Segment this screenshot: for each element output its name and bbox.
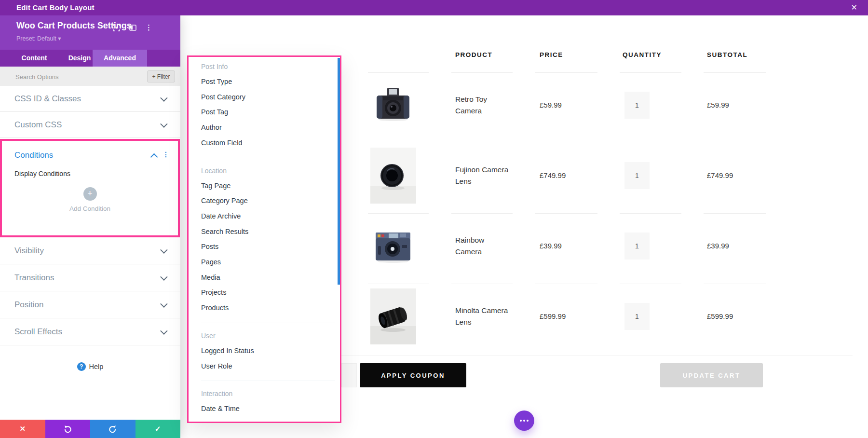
product-name: RainbowCamera xyxy=(455,234,523,258)
redo-button[interactable] xyxy=(90,420,136,438)
product-image-retro-toy-camera xyxy=(370,77,416,133)
conditions-section-title[interactable]: Conditions xyxy=(14,151,53,160)
plus-icon[interactable]: + xyxy=(83,187,97,201)
caret-down-icon: ▾ xyxy=(58,35,61,42)
coupon-code-input[interactable] xyxy=(341,363,357,387)
split-view-icon[interactable] xyxy=(129,24,136,31)
condition-options-list: Post InfoPost TypePost CategoryPost TagA… xyxy=(189,59,340,417)
row-divider xyxy=(704,143,766,143)
column-header-quantity: QUANTITY xyxy=(623,51,662,58)
chevron-down-icon xyxy=(160,300,168,308)
help-label: Help xyxy=(89,363,104,370)
add-condition-label[interactable]: Add Condition xyxy=(2,205,178,212)
filter-button[interactable]: + Filter xyxy=(147,70,175,82)
row-divider xyxy=(451,284,513,284)
apply-coupon-button[interactable]: APPLY COUPON xyxy=(360,363,466,387)
topbar-title: Edit Cart Body Layout xyxy=(16,0,95,15)
condition-option-media[interactable]: Media xyxy=(189,270,340,286)
dot xyxy=(523,420,525,422)
product-price: £599.99 xyxy=(540,312,566,320)
search-input[interactable] xyxy=(14,67,137,87)
quantity-input[interactable]: 1 xyxy=(624,92,650,119)
save-button[interactable]: ✓ xyxy=(136,420,181,438)
accordion-section-custom-css[interactable]: Custom CSS xyxy=(0,112,180,138)
condition-option-date-time[interactable]: Date & Time xyxy=(189,401,340,417)
condition-option-projects[interactable]: Projects xyxy=(189,285,340,301)
condition-option-date-archive[interactable]: Date Archive xyxy=(189,209,340,224)
condition-option-products[interactable]: Products xyxy=(189,301,340,316)
product-image-camera-lens-side xyxy=(370,288,416,344)
condition-option-pages[interactable]: Pages xyxy=(189,255,340,270)
product-price: £39.99 xyxy=(540,242,562,250)
condition-option-author[interactable]: Author xyxy=(189,120,340,136)
discard-button[interactable]: ✕ xyxy=(0,420,45,438)
condition-group-label: Post Info xyxy=(189,59,340,74)
accordion-section-transitions[interactable]: Transitions xyxy=(0,264,180,291)
row-divider xyxy=(704,284,766,284)
add-condition-dropdown: Post InfoPost TypePost CategoryPost TagA… xyxy=(187,55,341,423)
question-mark-icon: ? xyxy=(77,362,86,371)
condition-option-tag-page[interactable]: Tag Page xyxy=(189,178,340,194)
conditions-section-highlighted: Conditions ⋮ Display Conditions + Add Co… xyxy=(0,139,180,237)
scrollbar-thumb[interactable] xyxy=(338,58,340,285)
undo-button[interactable] xyxy=(45,420,91,438)
condition-option-logged-in-status[interactable]: Logged In Status xyxy=(189,343,340,359)
condition-option-category-page[interactable]: Category Page xyxy=(189,193,340,209)
row-divider xyxy=(368,72,429,73)
preset-dropdown[interactable]: Preset: Default ▾ xyxy=(16,35,61,42)
preset-label: Preset: Default xyxy=(16,35,56,42)
close-icon[interactable]: ✕ xyxy=(851,0,857,15)
update-cart-button[interactable]: UPDATE CART xyxy=(660,363,763,387)
product-image-camera-lens-front xyxy=(370,148,416,204)
conditions-kebab-icon[interactable]: ⋮ xyxy=(163,151,169,158)
condition-option-post-tag[interactable]: Post Tag xyxy=(189,105,340,120)
accordion-section-title: CSS ID & Classes xyxy=(14,94,161,104)
product-name: Fujinon CameraLens xyxy=(455,164,523,187)
condition-option-search-results[interactable]: Search Results xyxy=(189,224,340,240)
divi-builder-screen: Edit Cart Body Layout ✕ PRODUCTPRICEQUAN… xyxy=(0,0,868,438)
condition-option-posts[interactable]: Posts xyxy=(189,239,340,255)
help-button[interactable]: ? Help xyxy=(0,356,180,377)
row-divider xyxy=(704,213,766,214)
kebab-menu-icon[interactable]: ⋮ xyxy=(145,24,152,31)
product-subtotal: £59.99 xyxy=(707,101,729,109)
chevron-down-icon xyxy=(160,246,168,254)
quantity-input[interactable]: 1 xyxy=(624,162,650,189)
page-settings-ellipsis-button[interactable] xyxy=(514,411,534,431)
filter-label: + Filter xyxy=(152,73,170,80)
tab-advanced[interactable]: Advanced xyxy=(93,50,147,67)
product-subtotal: £39.99 xyxy=(707,242,729,250)
accordion-section-scroll-effects[interactable]: Scroll Effects xyxy=(0,318,180,345)
chevron-down-icon xyxy=(160,327,168,335)
group-divider xyxy=(201,323,335,323)
chevron-down-icon xyxy=(160,273,168,281)
row-divider xyxy=(535,213,597,214)
accordion-section-css-id-classes[interactable]: CSS ID & Classes xyxy=(0,86,180,112)
display-conditions-label: Display Conditions xyxy=(14,170,70,178)
group-divider xyxy=(201,158,335,158)
product-image-rainbow-camera xyxy=(370,218,416,274)
condition-option-custom-field[interactable]: Custom Field xyxy=(189,136,340,151)
product-name: Retro ToyCamera xyxy=(455,94,523,117)
row-divider xyxy=(620,72,681,73)
focus-icon[interactable] xyxy=(112,24,120,31)
row-divider xyxy=(451,143,513,143)
condition-group-label: User xyxy=(189,328,340,343)
condition-option-post-type[interactable]: Post Type xyxy=(189,74,340,90)
accordion-section-visibility[interactable]: Visibility xyxy=(0,237,180,264)
quantity-input[interactable]: 1 xyxy=(624,303,650,330)
row-divider xyxy=(620,284,681,284)
row-divider xyxy=(620,143,681,143)
product-price: £59.99 xyxy=(540,101,562,109)
row-divider xyxy=(368,284,429,284)
panel-footer-buttons: ✕✓ xyxy=(0,420,180,438)
quantity-input[interactable]: 1 xyxy=(624,233,650,260)
product-price: £749.99 xyxy=(540,171,566,179)
condition-option-user-role[interactable]: User Role xyxy=(189,359,340,374)
accordion-section-position[interactable]: Position xyxy=(0,291,180,318)
chevron-up-icon[interactable] xyxy=(150,153,158,161)
accordion-bottom: Visibility Transitions Position Scroll E… xyxy=(0,237,180,345)
condition-option-post-category[interactable]: Post Category xyxy=(189,90,340,105)
row-divider xyxy=(368,143,429,143)
add-condition-button[interactable]: + Add Condition xyxy=(2,187,178,212)
